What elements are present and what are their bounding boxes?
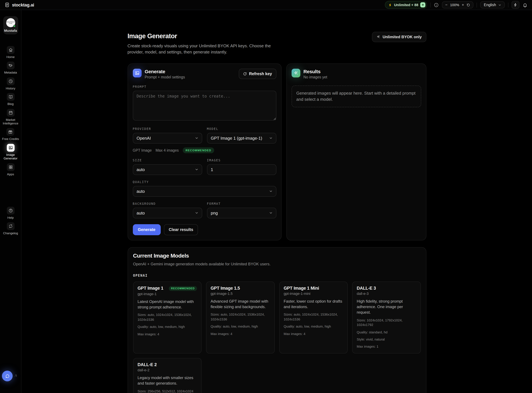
topbar-actions: Unlimited + 88 + − 100% + English	[385, 1, 527, 9]
quality-select[interactable]: auto	[133, 186, 276, 196]
select-chevron-icon	[195, 211, 198, 215]
model-description: Faster, lower cost option for drafts and…	[284, 299, 343, 310]
clear-results-button[interactable]: Clear results	[164, 224, 198, 235]
main-content: Image Generator Create stock-ready visua…	[22, 10, 532, 393]
history-icon	[8, 79, 13, 84]
sidebar-item-apps[interactable]: Apps	[7, 163, 15, 176]
page-header: Image Generator Create stock-ready visua…	[128, 32, 426, 55]
model-quality: Quality: auto, low, medium, high	[284, 324, 343, 329]
format-select[interactable]: png	[207, 207, 276, 218]
language-chevron-icon	[498, 3, 501, 6]
add-credits-button[interactable]: +	[420, 2, 425, 7]
notifications-button[interactable]	[523, 2, 527, 7]
provider-select[interactable]: OpenAI	[133, 133, 202, 143]
sidebar-item-free-credits[interactable]: Free Credits	[2, 128, 19, 141]
model-max-images: Max images: 4	[211, 332, 270, 336]
sidebar-item-market-intelligence[interactable]: Market Intelligence	[1, 109, 20, 125]
model-select[interactable]: GPT Image 1 (gpt-image-1)	[207, 133, 276, 143]
workspace-panels: Generate Prompt + model settings Refresh…	[128, 63, 426, 240]
openai-cards-row2: DALL-E 2 dall-e-2 Legacy model with smal…	[133, 358, 421, 393]
sidebar-item-history[interactable]: History	[6, 77, 15, 90]
model-description: Advanced GPT image model with flexible s…	[211, 299, 270, 310]
version-text: . 5	[14, 374, 17, 377]
model-description: Legacy model with smaller sizes and fast…	[138, 375, 197, 387]
chat-button[interactable]	[2, 371, 13, 381]
results-icon	[291, 69, 300, 77]
avatar[interactable]: EVOLUTION OF Things Mustafa	[3, 16, 18, 34]
user-name: Mustafa	[4, 29, 17, 32]
divider	[477, 2, 477, 7]
zoom-reset-icon[interactable]	[467, 3, 470, 7]
plan-bolt-icon	[389, 3, 392, 7]
models-title: Current Image Models	[133, 253, 421, 259]
group-label-openai: OPENAI	[133, 273, 421, 277]
quality-label: QUALITY	[133, 180, 276, 184]
model-sizes: Sizes: 1024x1024, 1792x1024, 1024x1792	[357, 318, 416, 328]
models-subtitle: OpenAI + Gemini image generation models …	[133, 262, 421, 266]
generate-panel: Generate Prompt + model settings Refresh…	[128, 63, 281, 240]
model-max-images: Max images: 4	[138, 332, 197, 337]
metadata-icon	[8, 63, 13, 68]
format-label: FORMAT	[207, 202, 276, 205]
info-button[interactable]	[434, 2, 439, 7]
model-sizes: Sizes: auto, 1024x1024, 1536x1024, 1024x…	[211, 313, 270, 322]
results-subtitle: No images yet	[303, 75, 327, 79]
zoom-in-button[interactable]: +	[462, 3, 464, 7]
provider-label: PROVIDER	[133, 127, 202, 130]
sidebar-item-changelog[interactable]: Changelog	[3, 222, 18, 235]
page-subtitle: Create stock-ready visuals using your Un…	[128, 43, 273, 55]
model-id: gpt-image-1.5	[211, 291, 270, 295]
results-panel: Results No images yet Generated images w…	[286, 63, 426, 240]
byok-icon	[376, 35, 380, 39]
model-id: gpt-image-1-mini	[284, 291, 343, 295]
plan-badge[interactable]: Unlimited + 88 +	[385, 1, 427, 9]
zoom-control: − 100% +	[442, 1, 473, 8]
results-title: Results	[303, 69, 327, 74]
model-id: dall-e-2	[138, 368, 197, 372]
brand-logo[interactable]: stocktag.ai	[5, 2, 34, 7]
sidebar-item-metadata[interactable]: Metadata	[4, 62, 17, 74]
apps-icon	[8, 165, 13, 169]
avatar-image: EVOLUTION OF Things	[6, 18, 15, 27]
model-sizes: Sizes: auto, 1024x1024, 1536x1024, 1024x…	[138, 313, 197, 322]
flash-button[interactable]	[512, 1, 519, 9]
model-card-dall-e-2: DALL-E 2 dall-e-2 Legacy model with smal…	[133, 358, 202, 393]
help-icon	[8, 208, 13, 213]
divider	[430, 2, 431, 7]
language-select[interactable]: English	[480, 1, 505, 8]
background-select[interactable]: auto	[133, 207, 202, 218]
language-value: English	[484, 3, 496, 7]
free-credits-icon	[8, 130, 13, 134]
sidebar-item-blog[interactable]: Blog	[7, 93, 15, 106]
market-intelligence-icon	[8, 110, 13, 115]
refresh-key-icon	[243, 72, 247, 76]
app-root: stocktag.ai Unlimited + 88 + − 100% + En…	[0, 0, 532, 393]
model-quality: Quality: standard, hd	[357, 330, 416, 335]
model-meta-max: Max 4 images	[156, 148, 179, 152]
sidebar: EVOLUTION OF Things Mustafa Home Metadat…	[0, 10, 21, 393]
avatar-brand-text2: Things	[9, 23, 12, 24]
model-card-gpt-image-1-mini: GPT Image 1 Mini gpt-image-1-mini Faster…	[279, 281, 348, 353]
generate-button[interactable]: Generate	[133, 224, 161, 235]
sidebar-item-help[interactable]: Help	[7, 207, 15, 220]
flash-icon	[513, 3, 517, 7]
brand-name: stocktag.ai	[12, 2, 34, 7]
model-meta-row: GPT Image Max 4 images RECOMMENDED	[133, 147, 276, 153]
info-icon	[434, 2, 439, 7]
select-chevron-icon	[269, 190, 272, 193]
model-quality: Quality: auto, low, medium, high	[138, 325, 197, 329]
refresh-key-button[interactable]: Refresh key	[239, 69, 276, 79]
model-card-dall-e-3: DALL-E 3 dall-e-3 High fidelity, strong …	[352, 281, 421, 353]
changelog-icon	[8, 224, 13, 229]
recommended-badge: RECOMMENDED	[182, 147, 214, 153]
size-select[interactable]: auto	[133, 164, 202, 175]
results-panel-header: Results No images yet	[291, 69, 421, 79]
zoom-out-button[interactable]: −	[445, 3, 448, 7]
sidebar-item-image-generator[interactable]: Image Generator	[1, 144, 20, 160]
select-chevron-icon	[195, 168, 198, 171]
model-description: High fidelity, strong prompt adherence. …	[357, 299, 416, 315]
images-count-input[interactable]	[207, 164, 276, 175]
prompt-input[interactable]	[133, 91, 276, 120]
sidebar-item-home[interactable]: Home	[6, 46, 15, 59]
bell-icon	[523, 2, 527, 7]
